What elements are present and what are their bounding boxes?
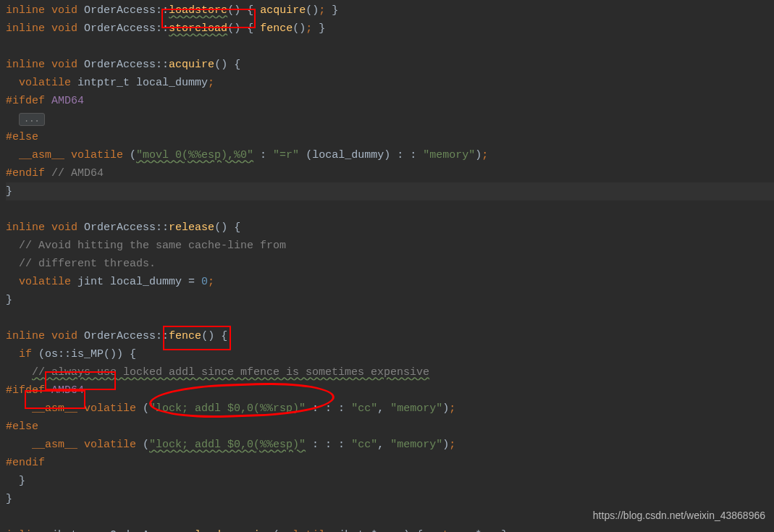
preprocessor-else: #else bbox=[6, 131, 38, 143]
preprocessor-ifdef: #ifdef bbox=[6, 95, 51, 107]
class-name: OrderAccess bbox=[84, 22, 156, 35]
preprocessor-endif: #endif bbox=[6, 167, 51, 180]
code-line: if (os::is_MP()) { bbox=[6, 345, 774, 363]
code-line: inline void OrderAccess::release() { bbox=[6, 219, 774, 237]
comment: // always use locked addl since mfence i… bbox=[32, 366, 429, 379]
function-acquire: acquire bbox=[169, 59, 214, 71]
code-line: #endif bbox=[6, 454, 774, 472]
function-storeload: storeload bbox=[169, 22, 227, 35]
code-line: // always use locked addl since mfence i… bbox=[6, 363, 774, 381]
keyword-asm: __asm__ bbox=[32, 402, 77, 415]
comment: // Avoid hitting the same cache-line fro… bbox=[19, 240, 286, 252]
code-line: __asm__ volatile ("lock; addl $0,0(%%rsp… bbox=[6, 400, 774, 418]
empty-line bbox=[6, 200, 774, 219]
function-release: release bbox=[169, 221, 214, 234]
function-fence: fence bbox=[169, 330, 201, 342]
keyword-asm: __asm__ bbox=[19, 149, 64, 161]
code-line: volatile jint local_dummy = 0; bbox=[6, 273, 774, 291]
code-line: #endif // AMD64 bbox=[6, 164, 774, 182]
code-line: __asm__ volatile ("movl 0(%%esp),%0" : "… bbox=[6, 146, 774, 164]
code-line: } bbox=[6, 182, 774, 200]
keyword-inline: inline bbox=[6, 22, 45, 35]
code-line: } bbox=[6, 472, 774, 490]
code-line: #ifdef AMD64 bbox=[6, 92, 774, 110]
class-name: OrderAccess bbox=[84, 4, 156, 17]
function-load-acquire: load_acquire bbox=[195, 529, 273, 532]
code-line: inline void OrderAccess::storeload() { f… bbox=[6, 20, 774, 38]
keyword-void: void bbox=[51, 4, 77, 17]
code-line: ... bbox=[6, 110, 774, 128]
code-line: #else bbox=[6, 128, 774, 146]
code-line: inline void OrderAccess::acquire() { bbox=[6, 56, 774, 74]
code-line: // Avoid hitting the same cache-line fro… bbox=[6, 237, 774, 255]
preprocessor-else: #else bbox=[6, 421, 38, 433]
code-line: inline jbyte OrderAccess::load_acquire(v… bbox=[6, 526, 774, 532]
function-loadstore: loadstore bbox=[169, 4, 227, 17]
code-line: volatile intptr_t local_dummy; bbox=[6, 74, 774, 92]
code-line: } bbox=[6, 291, 774, 309]
keyword-inline: inline bbox=[6, 4, 45, 17]
code-line: inline void OrderAccess::loadstore() { a… bbox=[6, 1, 774, 20]
code-line: #else bbox=[6, 418, 774, 436]
comment: // different threads. bbox=[19, 258, 156, 270]
fold-indicator[interactable]: ... bbox=[19, 113, 45, 126]
preprocessor-ifdef: #ifdef bbox=[6, 384, 51, 397]
empty-line bbox=[6, 309, 774, 327]
code-line: } bbox=[6, 490, 774, 508]
preprocessor-endif: #endif bbox=[6, 457, 45, 469]
code-line: #ifdef AMD64 bbox=[6, 381, 774, 400]
code-line: inline void OrderAccess::fence() { bbox=[6, 327, 774, 345]
empty-line bbox=[6, 38, 774, 56]
keyword-void: void bbox=[51, 22, 77, 35]
watermark-text: https://blog.csdn.net/weixin_43868966 bbox=[593, 507, 765, 525]
code-line: // different threads. bbox=[6, 255, 774, 273]
code-line: __asm__ volatile ("lock; addl $0,0(%%esp… bbox=[6, 436, 774, 454]
